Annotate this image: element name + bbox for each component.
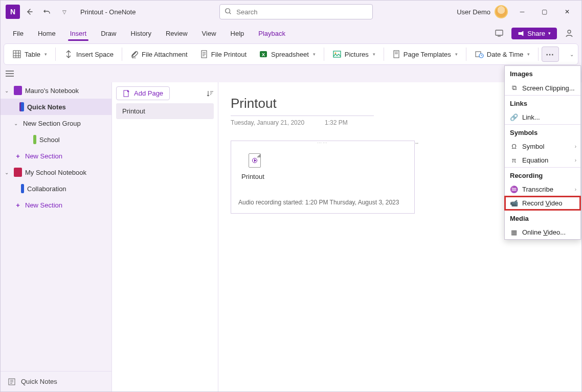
notebook-header[interactable]: ⌄Mauro's Notebook bbox=[1, 82, 111, 99]
search-wrap bbox=[219, 4, 373, 19]
new-section-button[interactable]: +New Section bbox=[1, 148, 111, 164]
ribbon-overflow-button[interactable]: ⋯ bbox=[542, 47, 559, 62]
ribbon: Table▾ Insert Space File Attachment File… bbox=[4, 43, 578, 65]
qat-dropdown[interactable]: ▽ bbox=[57, 4, 72, 19]
new-section-button[interactable]: +New Section bbox=[1, 197, 111, 213]
overflow-group-title: Symbols bbox=[505, 125, 580, 140]
resize-handle-icon[interactable]: ↔ bbox=[414, 140, 419, 146]
page-templates-label: Page Templates bbox=[404, 51, 451, 58]
sidebar-section[interactable]: Collaboration bbox=[1, 180, 111, 197]
attachment-name: Printout bbox=[241, 173, 407, 180]
pi-icon: π bbox=[510, 156, 518, 164]
overflow-item-record-video[interactable]: 📹Record Video bbox=[505, 196, 580, 210]
share-button[interactable]: Share ▾ bbox=[511, 28, 557, 39]
app-icon: N bbox=[6, 5, 20, 19]
tab-playback[interactable]: Playback bbox=[251, 23, 293, 43]
audio-file-icon[interactable] bbox=[249, 153, 261, 168]
link-icon: 🔗 bbox=[510, 113, 518, 121]
user-block[interactable]: User Demo bbox=[457, 5, 508, 18]
hamburger-icon[interactable] bbox=[6, 71, 14, 77]
sidebar-section[interactable]: Quick Notes bbox=[1, 99, 111, 115]
account-icon[interactable] bbox=[562, 26, 576, 40]
overflow-item-link-[interactable]: 🔗Link... bbox=[505, 110, 580, 124]
overflow-item-transcribe[interactable]: ♒Transcribe› bbox=[505, 182, 580, 196]
sidebar-footer-label: Quick Notes bbox=[21, 378, 57, 385]
date-time-label: Date & Time bbox=[487, 51, 524, 58]
tab-home[interactable]: Home bbox=[31, 23, 63, 43]
minimize-button[interactable]: ─ bbox=[511, 4, 533, 19]
share-label: Share bbox=[527, 30, 545, 37]
overflow-group-title: Images bbox=[505, 66, 580, 81]
tab-history[interactable]: History bbox=[124, 23, 159, 43]
svg-text:X: X bbox=[262, 52, 265, 57]
undo-button[interactable] bbox=[39, 4, 55, 19]
file-attachment-label: File Attachment bbox=[142, 51, 188, 58]
svg-point-0 bbox=[226, 9, 230, 13]
overflow-item-symbol[interactable]: ΩSymbol› bbox=[505, 140, 580, 153]
tab-view[interactable]: View bbox=[195, 23, 223, 43]
sort-icon[interactable] bbox=[207, 90, 214, 97]
sidebar-group[interactable]: ⌄New Section Group bbox=[1, 115, 111, 131]
omega-icon: Ω bbox=[510, 143, 518, 150]
overflow-group-title: Links bbox=[505, 96, 580, 110]
page-title[interactable]: Printout bbox=[231, 96, 374, 116]
sidebar-footer[interactable]: Quick Notes bbox=[1, 371, 111, 391]
date-time-button[interactable]: Date & Time▾ bbox=[469, 44, 535, 64]
maximize-button[interactable]: ▢ bbox=[533, 4, 556, 19]
insert-space-button[interactable]: Insert Space bbox=[59, 44, 119, 64]
window-title: Printout - OneNote bbox=[80, 8, 136, 16]
table-button[interactable]: Table▾ bbox=[7, 44, 52, 64]
ribbon-collapse[interactable]: ⌄ bbox=[570, 52, 574, 57]
note-container[interactable]: ⋯⋯ ↔ Printout Audio recording started: 1… bbox=[231, 141, 415, 214]
file-attachment-button[interactable]: File Attachment bbox=[125, 44, 193, 64]
svg-rect-3 bbox=[13, 51, 20, 58]
spreadsheet-label: Spreadsheet bbox=[271, 51, 309, 58]
ribbon-overflow-menu: Images⧉Screen Clipping...Links🔗Link...Sy… bbox=[504, 65, 581, 240]
sidebar-section[interactable]: School bbox=[1, 131, 111, 148]
add-page-label: Add Page bbox=[134, 89, 163, 97]
overflow-group-title: Media bbox=[505, 211, 580, 225]
svg-point-2 bbox=[568, 30, 571, 33]
wave-icon: ♒ bbox=[510, 186, 518, 193]
notebook-header[interactable]: ⌄My School Notebook bbox=[1, 164, 111, 180]
user-name: User Demo bbox=[457, 8, 490, 16]
tab-insert[interactable]: Insert bbox=[63, 23, 94, 43]
svg-point-8 bbox=[334, 53, 336, 54]
present-icon[interactable] bbox=[492, 26, 506, 40]
insert-space-label: Insert Space bbox=[76, 51, 114, 58]
menu-tabs: FileHomeInsertDrawHistoryReviewViewHelpP… bbox=[1, 23, 581, 43]
overflow-item-equation[interactable]: πEquation› bbox=[505, 153, 580, 167]
overflow-item-screen-clipping-[interactable]: ⧉Screen Clipping... bbox=[505, 81, 580, 95]
pages-column: Add Page Printout bbox=[112, 82, 218, 391]
tab-draw[interactable]: Draw bbox=[94, 23, 123, 43]
clip-icon: ⧉ bbox=[510, 84, 518, 92]
page-date: Tuesday, January 21, 2020 bbox=[231, 119, 304, 126]
cam-icon: 📹 bbox=[510, 199, 518, 207]
file-printout-label: File Printout bbox=[211, 51, 247, 58]
page-templates-button[interactable]: Page Templates▾ bbox=[387, 44, 463, 64]
search-icon bbox=[225, 8, 232, 15]
search-input[interactable] bbox=[219, 4, 373, 19]
overflow-group-title: Recording bbox=[505, 168, 580, 182]
pictures-label: Pictures bbox=[345, 51, 369, 58]
spreadsheet-button[interactable]: X Spreadsheet▾ bbox=[254, 44, 321, 64]
page-item[interactable]: Printout bbox=[116, 103, 214, 119]
overflow-item-online-video-[interactable]: ▦Online Video... bbox=[505, 225, 580, 239]
close-button[interactable]: ✕ bbox=[556, 4, 578, 19]
tab-review[interactable]: Review bbox=[159, 23, 195, 43]
add-page-button[interactable]: Add Page bbox=[116, 86, 170, 100]
svg-rect-1 bbox=[496, 30, 503, 35]
page-time: 1:32 PM bbox=[325, 119, 348, 126]
back-button[interactable] bbox=[22, 4, 37, 19]
tab-file[interactable]: File bbox=[6, 23, 31, 43]
secondary-bar: Search N bbox=[1, 65, 581, 82]
notes-icon bbox=[8, 378, 16, 386]
drag-handle-icon[interactable]: ⋯⋯ bbox=[317, 141, 328, 146]
svg-rect-7 bbox=[333, 51, 341, 57]
file-printout-button[interactable]: File Printout bbox=[195, 44, 252, 64]
pictures-button[interactable]: Pictures▾ bbox=[327, 44, 380, 64]
svg-rect-9 bbox=[394, 51, 399, 58]
avatar bbox=[495, 5, 508, 18]
tab-help[interactable]: Help bbox=[223, 23, 252, 43]
vid-icon: ▦ bbox=[510, 228, 518, 236]
